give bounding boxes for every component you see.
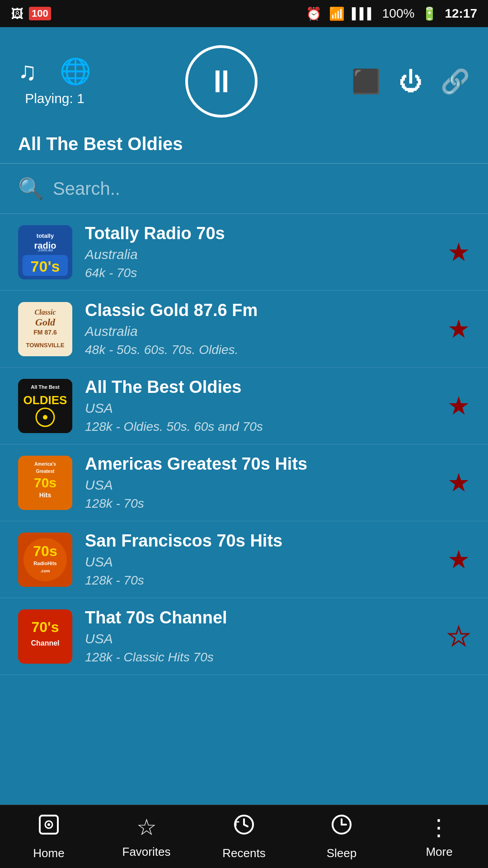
svg-text:Channel: Channel <box>31 639 59 647</box>
list-item[interactable]: 70's Channel That 70s Channel USA 128k -… <box>0 598 488 675</box>
app-icon: 100 <box>29 7 51 20</box>
signal-icon: ▌▌▌ <box>352 7 375 20</box>
favorite-star[interactable]: ★ <box>447 545 470 574</box>
favorites-icon: ☆ <box>136 814 157 840</box>
station-logo: Classic Gold FM 87.6 TOWNSVILLE <box>18 302 72 356</box>
station-info: Classic Gold 87.6 Fm Australia 48k - 50s… <box>85 301 435 357</box>
bottom-nav: Home ☆ Favorites Recents Sleep ⋮ More <box>0 805 488 868</box>
station-info: San Franciscos 70s Hits USA 128k - 70s <box>85 531 435 588</box>
favorite-star[interactable]: ★ <box>447 468 470 497</box>
station-bitrate: 128k - Oldies. 50s. 60s and 70s <box>85 420 435 434</box>
svg-text:All The Best: All The Best <box>31 384 60 390</box>
home-label: Home <box>33 846 64 860</box>
station-info: Totally Radio 70s Australia 64k - 70s <box>85 224 435 280</box>
battery-icon: 🔋 <box>422 6 437 21</box>
station-info: That 70s Channel USA 128k - Classic Hits… <box>85 608 435 665</box>
station-name: Classic Gold 87.6 Fm <box>85 301 435 320</box>
favorite-star[interactable]: ★ <box>447 391 470 420</box>
station-bitrate: 48k - 50s. 60s. 70s. Oldies. <box>85 343 435 357</box>
svg-rect-26 <box>18 609 72 664</box>
station-info: All The Best Oldies USA 128k - Oldies. 5… <box>85 377 435 434</box>
svg-text:Greatest: Greatest <box>36 469 55 474</box>
now-playing-text: All The Best Oldies <box>18 134 183 154</box>
list-item[interactable]: All The Best OLDIES All The Best Oldies … <box>0 368 488 444</box>
radio-list: totally radio .com.au 70's Totally Radio… <box>0 214 488 808</box>
favorite-star[interactable]: ★ <box>447 237 470 267</box>
svg-text:totally: totally <box>37 232 54 239</box>
sleep-icon <box>330 813 353 842</box>
nav-item-recents[interactable]: Recents <box>195 806 293 868</box>
svg-text:FM 87.6: FM 87.6 <box>33 329 57 336</box>
svg-text:.com: .com <box>40 569 50 573</box>
svg-text:70's: 70's <box>31 258 60 275</box>
station-name: San Franciscos 70s Hits <box>85 531 435 551</box>
nav-item-more[interactable]: ⋮ More <box>390 807 488 866</box>
svg-text:Classic: Classic <box>34 308 56 316</box>
power-button[interactable]: ⏻ <box>399 68 422 95</box>
battery-percent: 100% <box>382 6 415 21</box>
svg-text:RadioHits: RadioHits <box>33 561 56 566</box>
list-item[interactable]: 70s RadioHits .com San Franciscos 70s Hi… <box>0 521 488 598</box>
station-name: Americas Greatest 70s Hits <box>85 454 435 474</box>
station-bitrate: 64k - 70s <box>85 266 435 280</box>
wifi-icon: 📶 <box>329 6 345 21</box>
svg-point-15 <box>43 415 47 420</box>
nav-item-home[interactable]: Home <box>0 806 98 868</box>
station-country: USA <box>85 401 435 416</box>
station-name: That 70s Channel <box>85 608 435 627</box>
list-item[interactable]: America's Greatest 70s Hits Americas Gre… <box>0 444 488 521</box>
player-controls-left: ♫ 🌐 Playing: 1 <box>18 57 91 106</box>
svg-text:70s: 70s <box>34 475 56 490</box>
player-icons-left: ♫ 🌐 <box>18 57 91 86</box>
more-label: More <box>426 845 452 859</box>
station-name: All The Best Oldies <box>85 377 435 397</box>
station-country: USA <box>85 554 435 570</box>
svg-text:70's: 70's <box>32 619 59 635</box>
list-item[interactable]: totally radio .com.au 70's Totally Radio… <box>0 214 488 291</box>
player-controls-right: ⬛ ⏻ 🔗 <box>352 68 470 95</box>
pause-button[interactable]: ⏸ <box>185 45 258 118</box>
svg-text:Gold: Gold <box>35 316 56 328</box>
station-country: Australia <box>85 247 435 262</box>
station-logo: 70's Channel <box>18 609 72 664</box>
globe-icon[interactable]: 🌐 <box>60 57 91 86</box>
recents-icon <box>232 813 256 842</box>
station-logo: All The Best OLDIES <box>18 379 72 433</box>
nav-item-favorites[interactable]: ☆ Favorites <box>98 807 195 866</box>
nav-item-sleep[interactable]: Sleep <box>293 806 390 868</box>
stop-button[interactable]: ⬛ <box>352 68 381 95</box>
favorite-star[interactable]: ★ <box>447 314 470 344</box>
search-icon: 🔍 <box>18 176 44 201</box>
station-logo: totally radio .com.au 70's <box>18 225 72 279</box>
favorite-star[interactable]: ★ <box>447 622 470 651</box>
recents-label: Recents <box>222 846 265 860</box>
clock-time: 12:17 <box>445 6 477 21</box>
player-header: ♫ 🌐 Playing: 1 ⏸ ⬛ ⏻ 🔗 <box>0 27 488 127</box>
svg-text:Hits: Hits <box>39 491 52 499</box>
search-bar: 🔍 <box>0 164 488 214</box>
svg-text:.com.au: .com.au <box>38 248 53 252</box>
search-input[interactable] <box>53 179 470 199</box>
share-button[interactable]: 🔗 <box>441 68 470 95</box>
station-bitrate: 128k - 70s <box>85 496 435 511</box>
list-item[interactable]: Classic Gold FM 87.6 TOWNSVILLE Classic … <box>0 291 488 368</box>
status-bar-left: 🖼 100 <box>11 6 51 21</box>
station-info: Americas Greatest 70s Hits USA 128k - 70… <box>85 454 435 511</box>
playing-label: Playing: 1 <box>25 91 84 106</box>
status-bar-right: ⏰ 📶 ▌▌▌ 100% 🔋 12:17 <box>306 6 477 21</box>
pause-icon: ⏸ <box>206 63 237 99</box>
svg-text:70s: 70s <box>33 543 57 559</box>
svg-text:America's: America's <box>34 462 56 467</box>
station-bitrate: 128k - 70s <box>85 573 435 588</box>
station-logo: America's Greatest 70s Hits <box>18 456 72 510</box>
station-country: Australia <box>85 324 435 339</box>
svg-text:TOWNSVILLE: TOWNSVILLE <box>26 342 65 349</box>
status-bar: 🖼 100 ⏰ 📶 ▌▌▌ 100% 🔋 12:17 <box>0 0 488 27</box>
music-note-icon[interactable]: ♫ <box>18 57 37 86</box>
station-bitrate: 128k - Classic Hits 70s <box>85 650 435 665</box>
now-playing-title: All The Best Oldies <box>0 127 488 164</box>
station-country: USA <box>85 477 435 493</box>
station-name: Totally Radio 70s <box>85 224 435 243</box>
sleep-label: Sleep <box>327 846 357 860</box>
more-icon: ⋮ <box>427 814 451 840</box>
